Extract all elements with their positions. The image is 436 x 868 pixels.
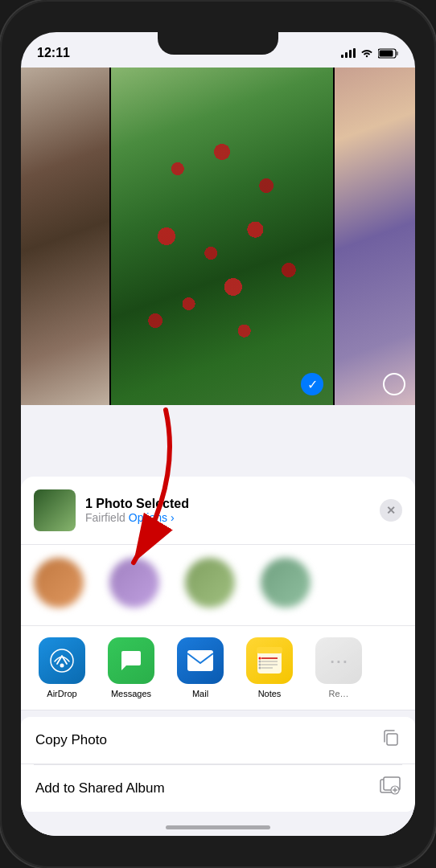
add-to-album-label: Add to Shared Album: [35, 780, 165, 796]
svg-rect-10: [187, 650, 213, 671]
actions-container: Copy Photo Add to Shared Album: [21, 717, 415, 812]
album-icon: [380, 776, 401, 800]
svg-point-8: [51, 649, 73, 672]
svg-rect-6: [397, 51, 399, 55]
app-item-messages[interactable]: Messages: [97, 637, 166, 698]
wifi-icon: [360, 48, 373, 58]
action-row-album[interactable]: Add to Shared Album: [21, 765, 415, 812]
svg-point-18: [259, 661, 261, 663]
status-time: 12:11: [37, 46, 70, 60]
svg-rect-2: [349, 50, 352, 58]
svg-rect-5: [380, 50, 393, 56]
svg-rect-0: [341, 55, 343, 58]
svg-rect-12: [257, 647, 282, 653]
contact-item-3[interactable]: [172, 555, 248, 616]
share-title: 1 Photo Selected: [85, 497, 370, 511]
contact-avatar-2: [109, 558, 159, 608]
home-indicator: [166, 825, 270, 829]
airdrop-icon: [39, 637, 85, 684]
signal-icon: [341, 48, 356, 58]
app-item-notes[interactable]: Notes: [235, 637, 304, 698]
home-indicator-area: [21, 812, 415, 836]
svg-point-19: [259, 664, 261, 666]
photo-cherry-selected[interactable]: ✓: [111, 68, 333, 405]
more-icon: ···: [315, 637, 362, 684]
svg-rect-1: [345, 52, 348, 58]
share-thumbnail: [34, 489, 76, 531]
svg-point-9: [60, 664, 64, 668]
phone-frame: 12:11: [0, 0, 436, 868]
copy-svg: [381, 728, 401, 747]
album-svg: [380, 776, 401, 796]
contact-avatar-4: [261, 558, 311, 608]
photo-checkmark: ✓: [301, 373, 323, 395]
battery-icon: [378, 48, 399, 59]
app-item-mail[interactable]: Mail: [166, 637, 235, 698]
notes-label: Notes: [258, 689, 282, 698]
svg-point-20: [259, 667, 261, 669]
mail-svg: [187, 649, 214, 672]
screen: 12:11: [21, 32, 415, 836]
action-row-copy[interactable]: Copy Photo: [21, 717, 415, 764]
share-header: 1 Photo Selected Fairfield Options › ✕: [21, 477, 415, 545]
status-icons: [341, 48, 399, 59]
mail-icon: [177, 637, 224, 684]
airdrop-label: AirDrop: [47, 689, 76, 698]
cherry-overlay: [111, 68, 333, 405]
svg-point-17: [259, 657, 261, 660]
messages-icon: [108, 637, 154, 684]
contact-avatar-1: [34, 558, 84, 608]
share-location: Fairfield: [85, 511, 125, 524]
apps-row: AirDrop Messages: [21, 626, 415, 710]
messages-svg: [118, 648, 144, 674]
share-options-link[interactable]: Options ›: [129, 511, 175, 524]
share-close-button[interactable]: ✕: [380, 499, 402, 522]
photo-select-circle: [383, 373, 405, 395]
mail-label: Mail: [192, 689, 208, 698]
svg-rect-3: [353, 48, 356, 58]
notes-svg: [257, 647, 282, 674]
airdrop-svg: [49, 648, 75, 674]
contact-item-2[interactable]: [97, 555, 172, 616]
share-subtitle: Fairfield Options ›: [85, 511, 370, 524]
app-item-more[interactable]: ··· Re…: [304, 637, 373, 698]
share-sheet: 1 Photo Selected Fairfield Options › ✕: [21, 477, 415, 836]
share-header-text: 1 Photo Selected Fairfield Options ›: [85, 497, 370, 524]
svg-rect-21: [387, 734, 397, 745]
notch: [158, 32, 278, 55]
photo-girl[interactable]: [335, 68, 415, 405]
more-label: Re…: [328, 689, 348, 698]
messages-label: Messages: [111, 689, 151, 698]
contact-item-1[interactable]: [21, 555, 97, 616]
contact-avatar-3: [185, 558, 235, 608]
close-icon: ✕: [386, 504, 396, 517]
photo-grid: ✓: [21, 68, 415, 405]
contact-item-4[interactable]: [248, 555, 323, 616]
app-item-airdrop[interactable]: AirDrop: [27, 637, 97, 698]
copy-icon: [381, 728, 401, 752]
photo-dog[interactable]: [21, 68, 109, 405]
notes-icon: [246, 637, 293, 684]
contacts-row: [21, 545, 415, 626]
copy-photo-label: Copy Photo: [35, 732, 107, 748]
